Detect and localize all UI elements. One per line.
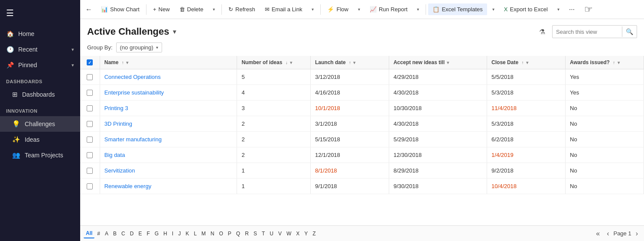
row-checkbox[interactable] [87, 137, 93, 143]
alpha-btn-n[interactable]: N [208, 229, 217, 238]
row-checkbox[interactable] [87, 121, 93, 127]
alpha-btn-g[interactable]: G [153, 229, 161, 238]
sidebar-item-dashboards[interactable]: ⊞ Dashboards [0, 87, 80, 102]
launch-filter-icon[interactable]: ▾ [353, 60, 355, 65]
row-checkbox[interactable] [87, 168, 93, 174]
alpha-btn-k[interactable]: K [183, 229, 191, 238]
launch-resize-handle[interactable] [387, 56, 389, 69]
alpha-btn-m[interactable]: M [199, 229, 208, 238]
next-page-button[interactable]: › [633, 229, 641, 238]
row-name[interactable]: Smarter manufacturing [100, 132, 237, 147]
flow-chevron-button[interactable]: ▾ [354, 4, 364, 14]
alpha-btn-v[interactable]: V [276, 229, 284, 238]
row-name[interactable]: Big data [100, 147, 237, 163]
alpha-btn-u[interactable]: U [267, 229, 276, 238]
sidebar-item-pinned[interactable]: 📌 Pinned ▾ [0, 57, 80, 73]
delete-chevron-button[interactable]: ▾ [208, 4, 219, 14]
excel-templates-button[interactable]: 📋 Excel Templates [428, 3, 487, 15]
alpha-btn-f[interactable]: F [144, 229, 152, 238]
export-chevron-button[interactable]: ▾ [553, 4, 564, 14]
sidebar-item-home-label: Home [18, 30, 74, 37]
row-checkbox[interactable] [87, 90, 93, 96]
col-header-launch[interactable]: Launch date ↑ ▾ [311, 56, 389, 69]
export-excel-button[interactable]: X Export to Excel [500, 3, 552, 15]
sidebar-item-ideas[interactable]: ✨ Ideas [0, 132, 80, 147]
close-sort-asc-icon: ↑ [521, 60, 524, 65]
select-all-checkbox[interactable]: ✓ [87, 59, 93, 65]
alpha-btn-z[interactable]: Z [310, 229, 318, 238]
alpha-btn-e[interactable]: E [136, 229, 144, 238]
search-button[interactable]: 🔍 [622, 26, 637, 37]
alpha-btn-q[interactable]: Q [234, 229, 242, 238]
alpha-btn-d[interactable]: D [128, 229, 136, 238]
row-checkbox[interactable] [87, 105, 93, 111]
row-checkbox[interactable] [87, 74, 93, 80]
sidebar-item-recent[interactable]: 🕐 Recent ▾ [0, 42, 80, 57]
alpha-btn-t[interactable]: T [260, 229, 267, 238]
col-header-check[interactable]: ✓ [80, 56, 100, 69]
search-input[interactable] [553, 27, 622, 37]
groupby-select[interactable]: (no grouping) ▾ [116, 42, 162, 52]
run-report-button[interactable]: 📈 Run Report [365, 3, 412, 15]
col-header-close[interactable]: Close Date ↑ ▾ [487, 56, 566, 69]
name-resize-handle[interactable] [235, 56, 237, 69]
alpha-btn-l[interactable]: L [192, 229, 199, 238]
new-button[interactable]: + New [149, 3, 174, 15]
row-name[interactable]: Servitization [100, 163, 237, 179]
awards-filter-icon[interactable]: ▾ [618, 60, 620, 65]
alpha-btn-h[interactable]: H [161, 229, 169, 238]
more-options-button[interactable]: ⋯ [565, 3, 579, 15]
hamburger-icon[interactable]: ☰ [0, 0, 80, 26]
accept-resize-handle[interactable] [485, 56, 487, 69]
row-name[interactable]: 3D Printing [100, 116, 237, 132]
alpha-btn-c[interactable]: C [119, 229, 127, 238]
col-header-name[interactable]: Name ↑ ▾ [100, 56, 237, 69]
recent-chevron-icon: ▾ [72, 47, 74, 52]
alpha-btn-o[interactable]: O [217, 229, 225, 238]
ideas-filter-icon[interactable]: ▾ [290, 60, 292, 65]
alpha-btn-y[interactable]: Y [302, 229, 310, 238]
alpha-btn-i[interactable]: I [170, 229, 176, 238]
excel-templates-chevron-button[interactable]: ▾ [488, 4, 499, 14]
sidebar-item-home[interactable]: 🏠 Home [0, 26, 80, 42]
close-filter-icon[interactable]: ▾ [526, 60, 528, 65]
row-name[interactable]: Renewable energy [100, 179, 237, 194]
filter-button[interactable]: ⚗ [536, 26, 549, 38]
alpha-btn-b[interactable]: B [111, 229, 119, 238]
col-header-accept[interactable]: Accept new ideas till ▾ [389, 56, 487, 69]
alpha-btn-j[interactable]: J [176, 229, 183, 238]
row-name[interactable]: Connected Operations [100, 69, 237, 85]
show-chart-button[interactable]: 📊 Show Chart [97, 3, 144, 15]
col-header-awards[interactable]: Awards issued? ↑ ▾ [566, 56, 644, 69]
email-link-button[interactable]: ✉ Email a Link [260, 3, 307, 15]
flow-button[interactable]: ⚡ Flow [323, 3, 352, 15]
accept-filter-icon[interactable]: ▾ [447, 60, 449, 65]
awards-resize-handle[interactable] [642, 56, 644, 69]
refresh-button[interactable]: ↻ Refresh [224, 3, 260, 15]
row-name[interactable]: Enterprise sustainability [100, 85, 237, 101]
name-filter-icon[interactable]: ▾ [126, 60, 128, 65]
ideas-resize-handle[interactable] [309, 56, 310, 69]
delete-button[interactable]: 🗑 Delete [175, 3, 208, 15]
alpha-btn-a[interactable]: A [103, 229, 111, 238]
row-checkbox[interactable] [87, 152, 93, 158]
title-chevron-icon[interactable]: ▾ [173, 28, 176, 35]
close-resize-handle[interactable] [563, 56, 565, 69]
row-name[interactable]: Printing 3 [100, 101, 237, 116]
back-button[interactable]: ← [82, 3, 96, 16]
alpha-btn-s[interactable]: S [251, 229, 259, 238]
row-checkbox[interactable] [87, 183, 93, 189]
alpha-btn-w[interactable]: W [284, 229, 293, 238]
first-page-button[interactable]: « [593, 229, 602, 238]
col-header-ideas[interactable]: Number of ideas ↓ ▾ [237, 56, 311, 69]
alpha-btn-#[interactable]: # [95, 229, 102, 238]
sidebar-item-team-projects[interactable]: 👥 Team Projects [0, 147, 80, 163]
alpha-btn-all[interactable]: All [84, 229, 94, 238]
alpha-btn-p[interactable]: P [226, 229, 234, 238]
run-report-chevron-button[interactable]: ▾ [413, 4, 423, 14]
alpha-btn-r[interactable]: R [243, 229, 251, 238]
email-chevron-button[interactable]: ▾ [307, 4, 318, 14]
sidebar-item-challenges[interactable]: 💡 Challenges [0, 116, 80, 132]
prev-page-button[interactable]: ‹ [604, 229, 611, 238]
alpha-btn-x[interactable]: X [294, 229, 302, 238]
